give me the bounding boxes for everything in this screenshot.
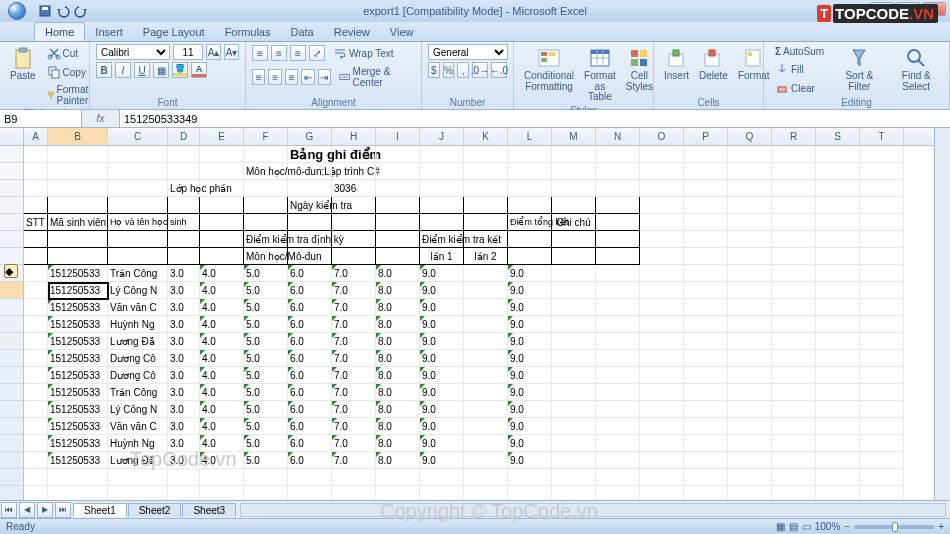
cell[interactable] [108,146,168,163]
cell[interactable] [728,316,772,333]
zoom-out-button[interactable]: − [844,521,850,532]
cell[interactable] [816,265,860,282]
undo-icon[interactable] [56,4,70,18]
zoom-slider[interactable] [854,525,934,529]
cell[interactable] [772,197,816,214]
column-header[interactable]: E [200,128,244,145]
cell[interactable] [24,265,48,282]
cell[interactable] [24,163,48,180]
cell[interactable] [860,401,904,418]
cell[interactable] [640,316,684,333]
cell[interactable] [508,486,552,500]
cell[interactable]: 151250533 [48,316,108,333]
column-header[interactable]: T [860,128,904,145]
cell[interactable] [552,333,596,350]
cell[interactable]: 4.0 [200,384,244,401]
cell[interactable] [860,163,904,180]
cell[interactable] [508,231,552,248]
cell[interactable]: 6.0 [288,418,332,435]
increase-decimal-button[interactable]: .0→ [472,62,488,78]
cell[interactable]: 151250533 [48,367,108,384]
decrease-indent-button[interactable]: ⇤ [301,69,314,85]
cell[interactable] [596,299,640,316]
row-header[interactable] [0,299,23,316]
cell[interactable] [860,248,904,265]
cell[interactable] [200,163,244,180]
cell[interactable] [508,163,552,180]
increase-indent-button[interactable]: ⇥ [318,69,331,85]
cell[interactable]: 8.0 [376,435,420,452]
cell[interactable] [376,231,420,248]
cell[interactable]: 8.0 [376,316,420,333]
cell[interactable] [684,486,728,500]
row-header[interactable] [0,282,23,299]
align-right-button[interactable]: ≡ [285,69,298,85]
cell[interactable] [464,197,508,214]
cell[interactable] [728,146,772,163]
cell[interactable]: 8.0 [376,401,420,418]
view-normal-icon[interactable]: ▦ [776,521,785,532]
cell[interactable]: 7.0 [332,401,376,418]
cell[interactable]: 6.0 [288,401,332,418]
cell[interactable] [48,146,108,163]
cell[interactable] [728,180,772,197]
cell[interactable]: 4.0 [200,265,244,282]
cell[interactable] [860,435,904,452]
cell[interactable] [24,486,48,500]
cell[interactable] [772,146,816,163]
cell[interactable] [552,163,596,180]
cell[interactable]: 7.0 [332,367,376,384]
cell[interactable] [596,197,640,214]
office-button[interactable] [0,0,34,22]
column-header[interactable]: D [168,128,200,145]
cell[interactable] [552,435,596,452]
cell[interactable] [860,350,904,367]
cell[interactable]: lần 2 [464,248,508,265]
cell[interactable] [508,146,552,163]
formula-input[interactable]: 151250533349 [120,110,950,127]
cell[interactable] [596,486,640,500]
cell[interactable] [288,163,332,180]
cell[interactable] [24,146,48,163]
cell[interactable] [684,469,728,486]
cell[interactable] [816,299,860,316]
cell[interactable] [684,435,728,452]
cell[interactable] [728,350,772,367]
cell[interactable] [640,452,684,469]
cell[interactable] [684,163,728,180]
cell[interactable] [640,418,684,435]
border-button[interactable]: ▦ [153,62,169,78]
cell[interactable] [860,469,904,486]
cell[interactable] [816,384,860,401]
cell[interactable]: 3.0 [168,452,200,469]
cell[interactable]: 151250533 [48,401,108,418]
cell[interactable] [860,197,904,214]
cell[interactable]: 9.0 [420,401,464,418]
cell-styles-button[interactable]: Cell Styles [622,44,657,105]
row-header[interactable] [0,231,23,248]
cell[interactable] [816,486,860,500]
cell[interactable]: 5.0 [244,282,288,299]
cell[interactable]: 9.0 [508,367,552,384]
cell[interactable] [420,146,464,163]
cell[interactable] [684,180,728,197]
cell[interactable]: 6.0 [288,299,332,316]
cell[interactable] [464,401,508,418]
cell[interactable] [816,367,860,384]
cell[interactable]: 3.0 [168,367,200,384]
fill-button[interactable]: Fill [770,60,829,78]
cell[interactable] [24,197,48,214]
cell[interactable] [640,299,684,316]
cell[interactable] [640,248,684,265]
cell[interactable]: Điểm kiểm tra kết [420,231,464,248]
cell[interactable]: lần 1 [420,248,464,265]
cell[interactable]: Lý Công N [108,401,168,418]
cell[interactable] [684,401,728,418]
cell[interactable]: 9.0 [508,265,552,282]
cell[interactable] [684,367,728,384]
cell[interactable] [728,418,772,435]
cell[interactable] [684,265,728,282]
cell[interactable]: 3.0 [168,316,200,333]
vertical-scrollbar[interactable] [934,128,950,500]
cell[interactable] [728,299,772,316]
